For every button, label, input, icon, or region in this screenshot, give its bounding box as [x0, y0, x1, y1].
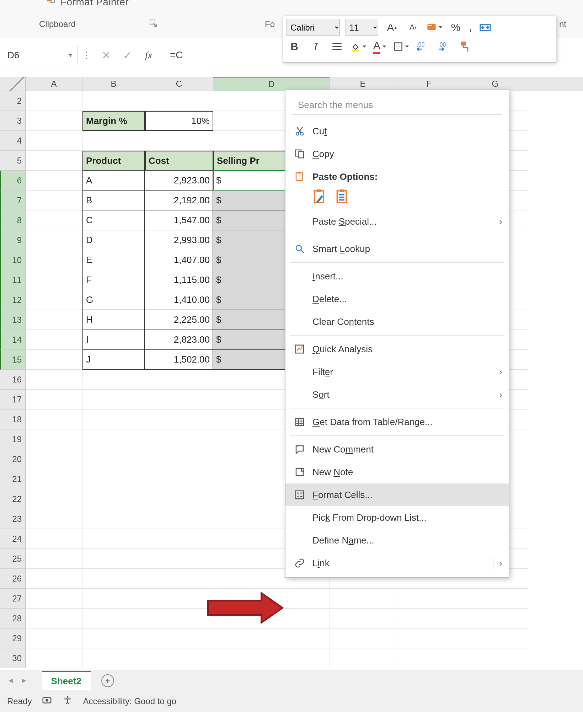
row-header-28[interactable]: 28: [0, 609, 26, 628]
row-header-18[interactable]: 18: [0, 410, 26, 429]
row-header-9[interactable]: 9: [0, 230, 26, 250]
cell-B22[interactable]: [82, 489, 145, 509]
cell-B23[interactable]: [82, 509, 145, 529]
cell-B21[interactable]: [82, 469, 145, 489]
col-header-B[interactable]: B: [82, 77, 145, 91]
increase-decimal-icon[interactable]: .00: [414, 39, 430, 54]
row-header-8[interactable]: 8: [0, 210, 26, 230]
row-header-17[interactable]: 17: [0, 390, 26, 410]
decrease-decimal-icon[interactable]: .00: [436, 39, 451, 54]
row-header-21[interactable]: 21: [0, 469, 26, 489]
borders-icon[interactable]: [393, 39, 409, 54]
menu-new-note[interactable]: New Note: [285, 461, 509, 483]
cell-B2[interactable]: [82, 91, 145, 111]
accessibility-icon[interactable]: [62, 695, 73, 708]
cell-C25[interactable]: [145, 549, 213, 569]
cell-A23[interactable]: [26, 509, 82, 529]
merge-center-icon[interactable]: [477, 20, 493, 35]
cell-C18[interactable]: [145, 410, 213, 429]
decrease-font-icon[interactable]: A▾: [405, 20, 421, 35]
cell-B3[interactable]: Margin %: [82, 111, 145, 131]
cell-B26[interactable]: [82, 569, 145, 589]
cell-B25[interactable]: [82, 549, 145, 569]
cell-B10[interactable]: E: [82, 250, 145, 270]
row-header-4[interactable]: 4: [0, 131, 26, 151]
col-header-G[interactable]: G: [462, 77, 528, 91]
cell-B30[interactable]: [82, 648, 145, 668]
format-painter-mini-icon[interactable]: [457, 39, 473, 54]
col-header-F[interactable]: F: [396, 77, 462, 91]
macro-record-icon[interactable]: [42, 695, 52, 708]
paste-values-button[interactable]: [335, 189, 351, 205]
cell-A20[interactable]: [26, 449, 82, 469]
cell-C4[interactable]: [145, 131, 213, 151]
cell-A27[interactable]: [26, 589, 82, 609]
cell-A7[interactable]: [26, 191, 82, 210]
accept-formula-button[interactable]: ✓: [117, 46, 138, 64]
cell-A29[interactable]: [26, 628, 82, 648]
menu-quick-analysis[interactable]: Quick Analysis: [285, 338, 509, 360]
row-header-20[interactable]: 20: [0, 449, 26, 469]
cell-B5[interactable]: Product: [82, 151, 145, 171]
cell-G29[interactable]: [462, 628, 528, 648]
col-header-A[interactable]: A: [26, 77, 82, 91]
cell-C14[interactable]: 2,823.00: [145, 330, 213, 350]
row-header-10[interactable]: 10: [0, 250, 26, 270]
bold-button[interactable]: B: [287, 39, 302, 54]
cell-C17[interactable]: [145, 390, 213, 410]
cell-F28[interactable]: [396, 609, 462, 628]
cell-A28[interactable]: [26, 609, 82, 628]
align-icon[interactable]: [329, 39, 345, 54]
menu-get-data[interactable]: Get Data from Table/Range...: [285, 411, 509, 433]
cell-C19[interactable]: [145, 429, 213, 449]
cell-C20[interactable]: [145, 449, 213, 469]
cell-F27[interactable]: [396, 589, 462, 609]
cell-C29[interactable]: [145, 628, 213, 648]
cell-A14[interactable]: [26, 330, 82, 350]
cell-A6[interactable]: [26, 171, 82, 191]
cell-A21[interactable]: [26, 469, 82, 489]
font-color-icon[interactable]: A: [372, 39, 387, 54]
cell-E27[interactable]: [330, 589, 396, 609]
cell-C9[interactable]: 2,993.00: [145, 230, 213, 250]
row-header-16[interactable]: 16: [0, 370, 26, 390]
clipboard-dialog-launcher-icon[interactable]: [149, 19, 158, 28]
cell-A2[interactable]: [26, 91, 82, 111]
cell-C13[interactable]: 2,225.00: [145, 310, 213, 330]
cell-C22[interactable]: [145, 489, 213, 509]
row-header-24[interactable]: 24: [0, 529, 26, 549]
col-header-D[interactable]: D: [213, 77, 330, 91]
cell-B6[interactable]: A: [82, 171, 145, 191]
menu-search-input[interactable]: Search the menus: [292, 95, 502, 115]
cell-C10[interactable]: 1,407.00: [145, 250, 213, 270]
menu-smart-lookup[interactable]: Smart Lookup: [285, 237, 509, 260]
select-all-corner[interactable]: [0, 77, 26, 91]
fill-color-icon[interactable]: [351, 39, 366, 54]
format-painter-label[interactable]: Format Painter: [60, 0, 129, 8]
cell-F29[interactable]: [396, 628, 462, 648]
cell-C23[interactable]: [145, 509, 213, 529]
row-header-6[interactable]: 6: [0, 171, 26, 191]
cell-D30[interactable]: [213, 648, 330, 668]
cell-B16[interactable]: [82, 370, 145, 390]
cell-B12[interactable]: G: [82, 290, 145, 310]
cell-A22[interactable]: [26, 489, 82, 509]
tab-nav-prev-icon[interactable]: ◄: [7, 676, 14, 685]
menu-link[interactable]: Link ›: [285, 552, 509, 574]
cell-G28[interactable]: [462, 609, 528, 628]
cell-E28[interactable]: [330, 609, 396, 628]
cell-C6[interactable]: 2,923.00: [145, 171, 213, 191]
cell-G30[interactable]: [462, 648, 528, 668]
comma-style-icon[interactable]: ,: [469, 22, 472, 33]
cell-C5[interactable]: Cost: [145, 151, 213, 171]
row-header-26[interactable]: 26: [0, 569, 26, 589]
cell-A11[interactable]: [26, 270, 82, 290]
row-header-11[interactable]: 11: [0, 270, 26, 290]
menu-sort[interactable]: Sort›: [285, 383, 509, 406]
cell-A19[interactable]: [26, 429, 82, 449]
cell-B14[interactable]: I: [82, 330, 145, 350]
cell-C12[interactable]: 1,410.00: [145, 290, 213, 310]
row-header-19[interactable]: 19: [0, 429, 26, 449]
cell-A24[interactable]: [26, 529, 82, 549]
cell-B17[interactable]: [82, 390, 145, 410]
